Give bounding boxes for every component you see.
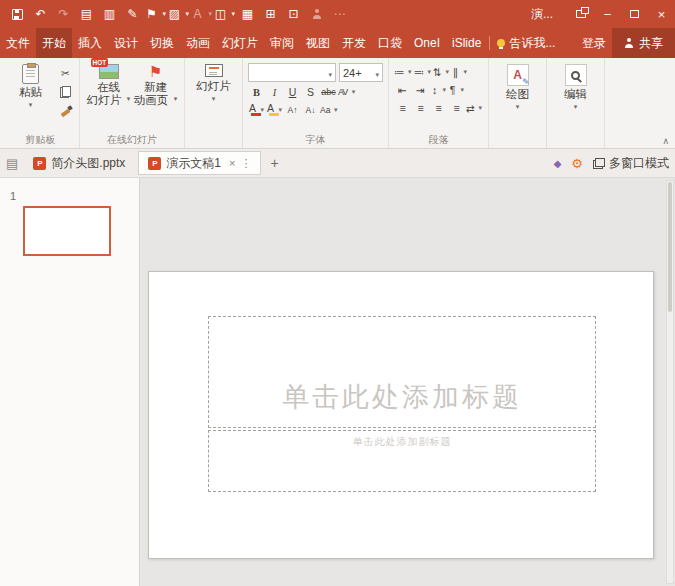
new-slide-label: 幻灯片	[196, 80, 231, 93]
tab-developer[interactable]: 开发	[336, 28, 372, 58]
columns-button[interactable]: ∥	[451, 64, 468, 80]
title-placeholder[interactable]: 单击此处添加标题	[208, 316, 596, 428]
font-row-1: B I U S abc AV	[248, 84, 383, 100]
multi-window-button[interactable]: 多窗口模式	[593, 155, 669, 172]
pen-icon[interactable]: ✎	[121, 0, 144, 28]
italic-button[interactable]: I	[266, 84, 283, 100]
new-tab-button[interactable]: +	[265, 155, 283, 171]
justify-button[interactable]: ≡	[448, 100, 465, 116]
hot-badge: HOT	[91, 58, 109, 67]
font-group: 24+ B I U S abc AV A A A↑ A↓ Aa 字体	[243, 58, 389, 148]
text-shadow-button[interactable]: S	[302, 84, 319, 100]
person-icon[interactable]	[305, 0, 328, 28]
close-button[interactable]: ×	[648, 0, 675, 28]
undo-icon[interactable]: ↶	[29, 0, 52, 28]
drawing-icon: A	[507, 64, 529, 86]
flag-icon[interactable]: ⚑	[144, 0, 167, 28]
tab-file[interactable]: 文件	[0, 28, 36, 58]
tab-animations[interactable]: 动画	[180, 28, 216, 58]
bold-button[interactable]: B	[248, 84, 265, 100]
open-doc-icon[interactable]: ▥	[98, 0, 121, 28]
online-slides-button[interactable]: HOT 在线 幻灯片	[85, 62, 132, 133]
scrollbar-thumb[interactable]	[668, 182, 672, 312]
tab-transitions[interactable]: 切换	[144, 28, 180, 58]
slide-canvas[interactable]: 单击此处添加标题 单击此处添加副标题	[148, 271, 654, 559]
popout-icon	[576, 10, 586, 18]
new-file-icon[interactable]: ▤	[6, 156, 18, 171]
ribbon-tab-bar: 文件 开始 插入 设计 切换 动画 幻灯片 审阅 视图 开发 口袋 OneI i…	[0, 28, 675, 58]
doc-tab-intro[interactable]: P 简介头图.pptx	[24, 151, 134, 175]
drawing-button[interactable]: A 绘图	[494, 62, 541, 133]
tab-view[interactable]: 视图	[300, 28, 336, 58]
font-size-select[interactable]: 24+	[339, 63, 383, 82]
docbar-right-tools: ◆ ⚙ 多窗口模式	[554, 155, 669, 172]
editing-button[interactable]: 编辑	[552, 62, 599, 133]
more-icon[interactable]: ⋯	[328, 0, 351, 28]
slide-thumbnail[interactable]	[23, 206, 111, 256]
tab-slideshow[interactable]: 幻灯片	[216, 28, 264, 58]
tab-home[interactable]: 开始	[36, 28, 72, 58]
copy-button[interactable]	[57, 84, 74, 100]
cut-button[interactable]: ✂	[57, 65, 74, 81]
vertical-scrollbar[interactable]	[666, 180, 674, 584]
format-painter-button[interactable]	[57, 103, 74, 119]
align-right-button[interactable]: ≡	[430, 100, 447, 116]
save-icon[interactable]	[6, 0, 29, 28]
plugin-icon[interactable]: ◆	[554, 158, 562, 169]
numbering-button[interactable]: ≕	[414, 64, 433, 80]
redo-icon[interactable]: ↷	[52, 0, 75, 28]
tell-me-button[interactable]: 告诉我...	[492, 28, 560, 58]
align-center-button[interactable]: ≡	[412, 100, 429, 116]
slide-icon	[205, 64, 223, 77]
change-case-button[interactable]: Aa	[320, 102, 338, 118]
grow-font-button[interactable]: A↑	[284, 102, 301, 118]
subtitle-placeholder[interactable]: 单击此处添加副标题	[208, 430, 596, 492]
window-controls: − ×	[567, 0, 675, 28]
highlight-color-button[interactable]: A	[266, 102, 283, 118]
maximize-icon	[630, 10, 639, 18]
convert-smartart-button[interactable]: ⇄	[466, 100, 483, 116]
underline-button[interactable]: U	[284, 84, 301, 100]
font-color-button[interactable]: A	[248, 102, 265, 118]
package-icon[interactable]: ◫	[213, 0, 236, 28]
new-slide-button[interactable]: 幻灯片	[190, 62, 237, 133]
new-animation-page-button[interactable]: ⚑ 新建 动画页	[132, 62, 179, 133]
text-direction-button[interactable]: ↕	[430, 82, 447, 98]
share-button[interactable]: 共享	[612, 28, 675, 58]
close-tab-icon[interactable]: ×	[229, 157, 235, 169]
strikethrough-button[interactable]: abc	[320, 84, 337, 100]
tab-insert[interactable]: 插入	[72, 28, 108, 58]
new-doc-icon[interactable]: ▤	[75, 0, 98, 28]
decrease-indent-button[interactable]: ⇤	[394, 82, 411, 98]
font-color-icon[interactable]: A	[190, 0, 213, 28]
tab-onei[interactable]: OneI	[408, 28, 446, 58]
editing-group: 编辑	[547, 58, 605, 148]
doc-tab-current[interactable]: P 演示文稿1 × ⋮	[138, 151, 261, 175]
login-button[interactable]: 登录	[576, 28, 612, 58]
copy-icon	[60, 86, 71, 98]
tab-review[interactable]: 审阅	[264, 28, 300, 58]
tab-menu-icon[interactable]: ⋮	[240, 157, 251, 170]
tab-islide[interactable]: iSlide	[446, 28, 487, 58]
increase-indent-button[interactable]: ⇥	[412, 82, 429, 98]
align-left-button[interactable]: ≡	[394, 100, 411, 116]
collapse-ribbon-button[interactable]: ∧	[662, 136, 669, 146]
line-spacing-button[interactable]: ⇅	[433, 64, 450, 80]
character-spacing-button[interactable]: AV	[338, 84, 355, 100]
fill-color-icon[interactable]: ▨	[167, 0, 190, 28]
minimize-button[interactable]: −	[594, 0, 621, 28]
popout-button[interactable]	[567, 0, 594, 28]
settings-gear-icon[interactable]: ⚙	[571, 156, 583, 171]
font-group-label: 字体	[243, 133, 388, 147]
tab-pocket[interactable]: 口袋	[372, 28, 408, 58]
bullets-button[interactable]: ≔	[394, 64, 413, 80]
grid-icon[interactable]: ▦	[236, 0, 259, 28]
tab-design[interactable]: 设计	[108, 28, 144, 58]
align-text-button[interactable]: ¶	[448, 82, 465, 98]
shrink-font-button[interactable]: A↓	[302, 102, 319, 118]
paste-button[interactable]: 粘贴	[7, 62, 54, 133]
font-name-select[interactable]	[248, 63, 336, 82]
grid-add-icon[interactable]: ⊞	[259, 0, 282, 28]
monitor-icon[interactable]: ⊡	[282, 0, 305, 28]
maximize-button[interactable]	[621, 0, 648, 28]
